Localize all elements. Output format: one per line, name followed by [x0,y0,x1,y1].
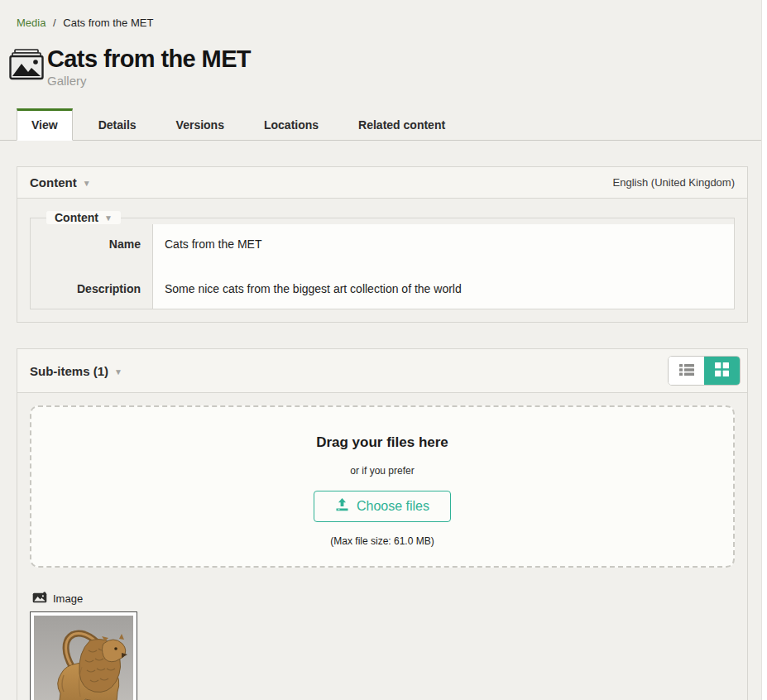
content-panel-body: Content▼ Name Cats from the MET Descript… [17,199,747,322]
subitems-panel-heading: Sub-items (1)▼ [17,349,747,393]
content-fieldset-legend[interactable]: Content▼ [46,211,121,224]
subitem-thumbnail[interactable] [30,611,137,700]
grid-view-button[interactable] [704,357,740,385]
chevron-down-icon: ▼ [104,213,113,223]
content-panel-title: Content▼ [30,175,91,189]
field-value-name: Cats from the MET [153,224,734,272]
tab-details[interactable]: Details [84,108,151,140]
chevron-down-icon: ▼ [114,367,122,376]
field-label-name: Name [31,224,153,272]
field-value-description: Some nice cats from the biggest art coll… [153,272,734,309]
field-label-description: Description [31,272,153,309]
list-view-button[interactable] [669,357,704,385]
page-title: Cats from the MET [47,46,251,71]
max-file-size-note: (Max file size: 61.0 MB) [40,535,725,547]
dropzone-heading: Drag your files here [40,434,725,451]
view-toggle-group [668,356,741,386]
gallery-icon [9,49,44,84]
page-header: Cats from the MET Gallery [0,29,767,88]
scrollbar-track[interactable] [761,0,767,700]
file-dropzone[interactable]: Drag your files here or if you prefer [30,405,735,568]
breadcrumb-current: Cats from the MET [63,17,153,29]
upload-icon [335,498,349,515]
chevron-down-icon: ▼ [83,179,91,188]
choose-files-label: Choose files [357,499,429,514]
subitem-type-label: Image [53,592,83,605]
subitems-panel-title[interactable]: Sub-items (1)▼ [30,364,122,378]
tab-view[interactable]: View [17,108,73,141]
choose-files-button[interactable]: Choose files [314,491,451,522]
list-view-icon [679,363,694,379]
content-fieldset: Content▼ Name Cats from the MET Descript… [30,211,735,309]
field-row-description: Description Some nice cats from the bigg… [31,272,734,309]
subitems-panel-body: Drag your files here or if you prefer [17,393,747,700]
media-gallery-page: Media / Cats from the MET Cats from the … [0,0,767,700]
tab-versions[interactable]: Versions [162,108,238,140]
content-panel-heading[interactable]: Content▼ English (United Kingdom) [17,167,747,199]
page-title-block: Cats from the MET Gallery [47,46,251,88]
dropzone-subtext: or if you prefer [40,465,725,477]
language-label: English (United Kingdom) [613,176,735,189]
field-row-name: Name Cats from the MET [31,224,734,272]
lion-statue-image [34,616,133,700]
tab-locations[interactable]: Locations [250,108,333,140]
content-type-label: Gallery [47,74,251,88]
breadcrumb-separator: / [53,17,56,29]
tab-bar: View Details Versions Locations Related … [0,108,761,141]
grid-view-icon [715,362,729,379]
tab-related-content[interactable]: Related content [344,108,459,140]
breadcrumb: Media / Cats from the MET [0,0,767,29]
content-panel: Content▼ English (United Kingdom) Conten… [17,166,748,323]
subitems-panel: Sub-items (1)▼ [17,348,748,700]
subitem-type-row: Image [32,592,735,606]
image-type-icon [32,592,47,606]
breadcrumb-media-link[interactable]: Media [17,17,46,29]
